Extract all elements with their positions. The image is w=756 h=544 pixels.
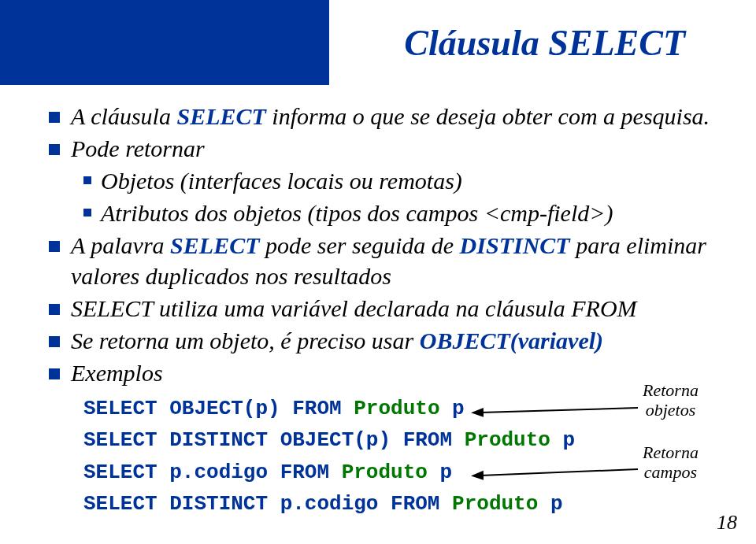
svg-line-0	[480, 408, 638, 413]
bullet-item: Se retorna um objeto, é preciso usar OBJ…	[49, 325, 710, 356]
svg-line-1	[480, 469, 638, 476]
arrow-icon	[472, 464, 646, 488]
header-band	[0, 0, 329, 85]
bullet-item: A cláusula SELECT informa o que se desej…	[49, 101, 710, 131]
bullet-text: Atributos dos objetos (tipos dos campos …	[101, 198, 613, 228]
bullet-item: Exemplos	[49, 357, 710, 388]
bullet-text: Objetos (interfaces locais ou remotas)	[101, 165, 462, 196]
bullet-item: SELECT utiliza uma variável declarada na…	[49, 293, 710, 324]
bullet-text: SELECT utiliza uma variável declarada na…	[71, 293, 637, 324]
keyword: DISTINCT	[460, 232, 570, 258]
content-area: A cláusula SELECT informa o que se desej…	[49, 101, 710, 520]
bullet-text: Exemplos	[71, 357, 163, 388]
code-line: SELECT DISTINCT OBJECT(p) FROM Produto p	[83, 424, 710, 456]
keyword: OBJECT(variavel)	[420, 328, 603, 353]
bullet-icon	[49, 112, 60, 123]
arrow-icon	[472, 402, 646, 425]
bullet-icon	[49, 144, 60, 155]
bullet-text: Pode retornar	[71, 133, 205, 164]
bullet-text: A cláusula SELECT informa o que se desej…	[71, 101, 710, 131]
sub-bullet-item: Objetos (interfaces locais ou remotas)	[83, 165, 710, 196]
keyword: SELECT	[176, 103, 265, 129]
bullet-icon	[83, 176, 91, 184]
code-line: SELECT DISTINCT p.codigo FROM Produto p	[83, 488, 710, 520]
bullet-icon	[49, 368, 60, 379]
slide-title: Cláusula SELECT	[404, 22, 685, 64]
bullet-icon	[83, 209, 91, 216]
bullet-item: A palavra SELECT pode ser seguida de DIS…	[49, 230, 710, 291]
annotation-retorna-objetos: Retornaobjetos	[643, 380, 699, 420]
bullet-item: Pode retornar	[49, 133, 710, 164]
bullet-icon	[49, 336, 60, 347]
sub-bullet-item: Atributos dos objetos (tipos dos campos …	[83, 198, 710, 228]
bullet-text: A palavra SELECT pode ser seguida de DIS…	[71, 230, 710, 291]
bullet-text: Se retorna um objeto, é preciso usar OBJ…	[71, 325, 603, 356]
keyword: SELECT	[170, 232, 259, 258]
page-number: 18	[717, 511, 737, 535]
bullet-icon	[49, 241, 60, 252]
bullet-icon	[49, 304, 60, 315]
annotation-retorna-campos: Retornacampos	[643, 442, 699, 483]
